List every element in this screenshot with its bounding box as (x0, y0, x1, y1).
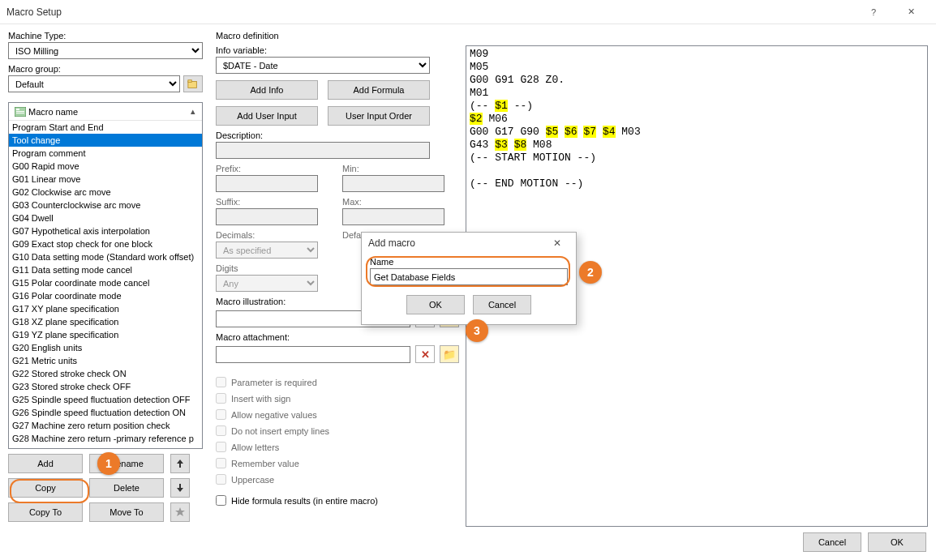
attachment-delete-button[interactable]: ✕ (415, 345, 435, 363)
min-label: Min: (342, 164, 459, 173)
modal-name-input[interactable] (370, 268, 568, 285)
dialog-ok-button[interactable]: OK (868, 532, 926, 552)
list-item[interactable]: G10 Data setting mode (Standard work off… (9, 250, 202, 263)
list-item[interactable]: G23 Stored stroke check OFF (9, 380, 202, 393)
option-checkbox (216, 442, 226, 452)
option-checkbox (216, 377, 226, 387)
macro-list: Macro name ▴ Program Start and EndTool c… (8, 102, 203, 449)
dialog-cancel-button[interactable]: Cancel (803, 532, 861, 552)
arrow-up-icon (175, 459, 185, 468)
hide-formula-checkbox-row[interactable]: Hide formula results (in entire macro) (216, 493, 459, 508)
list-item[interactable]: G28 Machine zero return -primary referen… (9, 432, 202, 445)
option-checkbox-row: Do not insert empty lines (216, 423, 459, 438)
modal-ok-button[interactable]: OK (406, 295, 465, 314)
macro-group-settings-button[interactable] (183, 75, 203, 92)
svg-rect-4 (16, 111, 24, 112)
add-button[interactable]: Add (8, 454, 83, 473)
digits-label: Digits (216, 263, 333, 273)
move-to-button[interactable]: Move To (89, 502, 164, 522)
svg-rect-3 (16, 109, 19, 110)
add-info-button[interactable]: Add Info (216, 80, 318, 100)
copy-button[interactable]: Copy (8, 478, 83, 498)
list-item[interactable]: G26 Spindle speed fluctuation detection … (9, 406, 202, 419)
list-item[interactable]: G01 Linear move (9, 173, 202, 186)
list-item[interactable]: G03 Counterclockwise arc move (9, 199, 202, 212)
modal-close-button[interactable]: ✕ (545, 237, 569, 249)
decimals-label: Decimals: (216, 230, 333, 240)
decimals-select: As specified (216, 242, 318, 259)
sort-icon[interactable]: ▴ (187, 106, 199, 117)
list-item[interactable]: G07 Hypothetical axis interpolation (9, 224, 202, 237)
machine-type-label: Machine Type: (8, 31, 203, 41)
arrow-down-icon (175, 483, 185, 493)
digits-select: Any (216, 275, 318, 292)
favorite-button[interactable] (170, 502, 190, 522)
folder-gear-icon (187, 79, 199, 90)
list-item[interactable]: G17 XY plane specification (9, 302, 202, 315)
modal-cancel-button[interactable]: Cancel (473, 295, 531, 314)
option-checkbox (216, 474, 226, 485)
option-checkbox-row: Insert with sign (216, 391, 459, 406)
info-variable-select[interactable]: $DATE - Date (216, 57, 430, 74)
help-button[interactable]: ? (855, 0, 892, 24)
list-item[interactable]: G00 Rapid move (9, 160, 202, 173)
list-header-icon (12, 107, 28, 117)
list-item[interactable]: G27 Machine zero return position check (9, 419, 202, 432)
move-up-button[interactable] (170, 454, 190, 473)
machine-type-select[interactable]: ISO Milling (8, 42, 203, 59)
list-item[interactable]: G22 Stored stroke check ON (9, 367, 202, 380)
option-checkbox-row: Allow negative values (216, 407, 459, 422)
list-item[interactable]: G11 Data setting mode cancel (9, 263, 202, 276)
option-checkbox-row: Parameter is required (216, 374, 459, 390)
option-checkbox-row: Uppercase (216, 472, 459, 487)
list-item[interactable]: G29 Return from machine zero (9, 445, 202, 448)
add-formula-button[interactable]: Add Formula (328, 80, 430, 100)
description-label: Description: (216, 130, 459, 140)
attachment-input[interactable] (216, 346, 410, 363)
list-item[interactable]: G02 Clockwise arc move (9, 186, 202, 199)
list-item[interactable]: G18 XZ plane specification (9, 315, 202, 328)
option-checkbox (216, 425, 226, 436)
list-item[interactable]: G09 Exact stop check for one block (9, 237, 202, 250)
list-item[interactable]: G21 Metric units (9, 354, 202, 367)
max-input (342, 208, 444, 225)
add-user-input-button[interactable]: Add User Input (216, 106, 318, 126)
user-input-order-button[interactable]: User Input Order (328, 106, 430, 126)
window-title: Macro Setup (6, 6, 855, 18)
list-item[interactable]: Tool change (9, 134, 202, 147)
svg-rect-1 (188, 79, 191, 82)
prefix-input (216, 175, 318, 192)
list-item[interactable]: G15 Polar coordinate mode cancel (9, 276, 202, 289)
list-item[interactable]: G25 Spindle speed fluctuation detection … (9, 393, 202, 406)
add-macro-dialog: Add macro ✕ Name OK Cancel (361, 232, 577, 325)
option-checkbox-row: Allow letters (216, 439, 459, 455)
prefix-label: Prefix: (216, 164, 333, 173)
close-button[interactable]: ✕ (892, 0, 930, 24)
modal-name-label: Name (370, 257, 568, 267)
hide-formula-checkbox[interactable] (216, 495, 226, 506)
macro-group-select[interactable]: Default (8, 75, 180, 92)
macro-definition-label: Macro definition (216, 31, 459, 41)
min-input (342, 175, 444, 192)
callout-badge-3: 3 (466, 319, 488, 342)
list-item[interactable]: G04 Dwell (9, 212, 202, 224)
list-header-text: Macro name (28, 107, 187, 117)
list-item[interactable]: G19 YZ plane specification (9, 328, 202, 341)
attachment-browse-button[interactable]: 📁 (440, 345, 459, 363)
delete-button[interactable]: Delete (89, 478, 164, 498)
list-item[interactable]: G20 English units (9, 341, 202, 354)
option-checkbox-row: Remember value (216, 455, 459, 471)
macro-list-header[interactable]: Macro name ▴ (9, 103, 202, 121)
list-item[interactable]: Program Start and End (9, 121, 202, 134)
svg-rect-5 (16, 113, 24, 113)
list-item[interactable]: Program comment (9, 147, 202, 160)
move-down-button[interactable] (170, 478, 190, 498)
attachment-label: Macro attachment: (216, 332, 459, 342)
modal-title: Add macro (368, 237, 545, 249)
title-bar: Macro Setup ? ✕ (0, 0, 936, 24)
suffix-label: Suffix: (216, 197, 333, 207)
macro-group-label: Macro group: (8, 64, 203, 74)
copy-to-button[interactable]: Copy To (8, 502, 83, 522)
list-item[interactable]: G16 Polar coordinate mode (9, 289, 202, 302)
macro-list-items[interactable]: Program Start and EndTool changeProgram … (9, 121, 202, 448)
